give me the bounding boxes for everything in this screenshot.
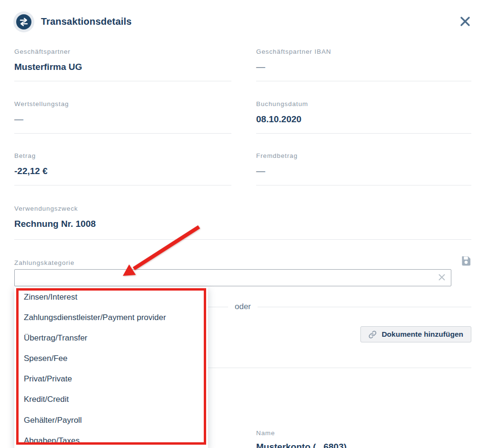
dropdown-item[interactable]: Gehälter/Payroll [14, 410, 208, 430]
field-value: — [256, 166, 471, 177]
field-betrag: Betrag -22,12 € [14, 152, 231, 185]
dropdown-item[interactable]: Kredit/Credit [14, 389, 208, 409]
field-value: — [14, 114, 231, 125]
section-divider [14, 239, 471, 240]
field-geschaeftspartner: Geschäftspartner Musterfirma UG [14, 48, 231, 81]
close-icon [459, 15, 471, 28]
divider-line [258, 307, 471, 307]
field-label: Betrag [14, 152, 231, 160]
field-label: Wertstellungstag [14, 100, 231, 108]
field-fremdbetrag: Fremdbetrag — [256, 152, 471, 185]
field-label: Geschäftspartner IBAN [256, 48, 471, 56]
save-icon [461, 256, 471, 266]
field-divider [14, 81, 231, 81]
dropdown-item[interactable]: Abgaben/Taxes [14, 430, 208, 448]
account-name-label: Name [256, 429, 275, 437]
field-value: 08.10.2020 [256, 114, 471, 125]
field-divider [256, 185, 471, 185]
close-button[interactable] [458, 15, 472, 28]
field-value: Musterfirma UG [14, 61, 231, 73]
field-value: — [256, 61, 471, 73]
dropdown-item[interactable]: Übertrag/Transfer [14, 328, 208, 348]
field-label: Fremdbetrag [256, 152, 471, 160]
oder-label: oder [235, 302, 251, 312]
field-verwendungszweck: Verwendungszweck Rechnung Nr. 1008 [14, 205, 231, 230]
category-input[interactable] [14, 269, 451, 286]
save-button[interactable] [460, 256, 471, 266]
field-value: Rechnung Nr. 1008 [14, 218, 231, 230]
field-value: -22,12 € [14, 166, 231, 177]
field-geschaeftspartner-iban: Geschäftspartner IBAN — [256, 48, 471, 81]
link-icon [368, 331, 377, 339]
clear-input-button[interactable] [437, 273, 447, 282]
dropdown-item[interactable]: Privat/Private [14, 369, 208, 389]
account-name-value: Musterkonto (...6803) [256, 442, 347, 448]
add-documents-button[interactable]: Dokumente hinzufügen [360, 326, 471, 342]
add-documents-label: Dokumente hinzufügen [382, 330, 463, 339]
field-buchungsdatum: Buchungsdatum 08.10.2020 [256, 100, 471, 134]
dropdown-item[interactable]: Zinsen/Interest [14, 287, 208, 307]
field-divider [14, 185, 231, 185]
field-label: Buchungsdatum [256, 100, 471, 108]
dropdown-item[interactable]: Zahlungsdienstleister/Payment provider [14, 307, 208, 328]
category-label: Zahlungskategorie [14, 259, 74, 266]
field-divider [14, 133, 231, 134]
field-label: Geschäftspartner [14, 48, 231, 56]
page-title: Transaktionsdetails [41, 16, 132, 27]
field-label: Verwendungszweck [14, 205, 231, 213]
clear-icon [438, 273, 446, 282]
field-wertstellungstag: Wertstellungstag — [14, 100, 231, 134]
dropdown-item[interactable]: Spesen/Fee [14, 348, 208, 369]
transfer-icon [13, 11, 34, 32]
field-divider [256, 133, 471, 134]
category-dropdown: Zinsen/InterestZahlungsdienstleister/Pay… [14, 287, 208, 448]
transaction-details-dialog: Transaktionsdetails Geschäftspartner Mus… [0, 0, 478, 448]
field-divider [256, 81, 471, 81]
